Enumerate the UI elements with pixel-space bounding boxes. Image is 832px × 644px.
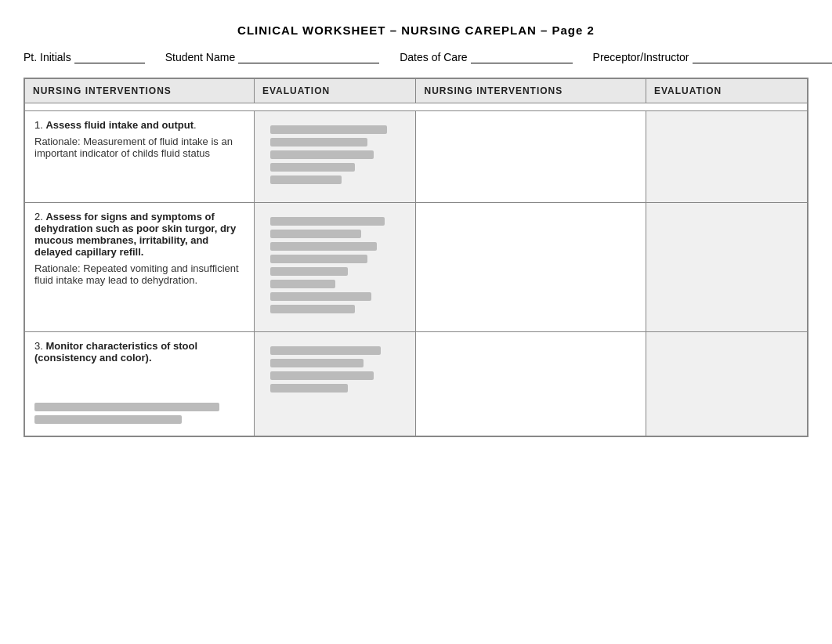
evaluation-3	[254, 332, 416, 437]
intervention-2-rationale: Rationale: Repeated vomiting and insuffi…	[34, 262, 244, 286]
intervention-row-3: 3. Monitor characteristics of stool (con…	[24, 332, 808, 437]
preceptor-input[interactable]	[693, 51, 832, 63]
pt-initials-input[interactable]	[74, 51, 145, 63]
pt-initials-label: Pt. Initials	[24, 51, 71, 63]
student-name-label: Student Name	[165, 51, 236, 63]
intervention-1-text: 1. Assess fluid intake and output. Ratio…	[24, 111, 254, 203]
intervention-right-3	[416, 332, 646, 437]
intervention-row-2: 2. Assess for signs and symptoms of dehy…	[24, 203, 808, 332]
spacer-row	[24, 103, 808, 111]
student-name-input[interactable]	[238, 51, 379, 63]
intervention-2-bold: Assess for signs and symptoms of dehydra…	[34, 211, 236, 258]
intervention-row-1: 1. Assess fluid intake and output. Ratio…	[24, 111, 808, 203]
intervention-1-rationale: Rationale: Measurement of fluid intake i…	[34, 136, 244, 159]
col1-header: NURSING INTERVENTIONS	[24, 78, 254, 103]
col4-header: EVALUATION	[646, 78, 808, 103]
evaluation-right-1	[646, 111, 808, 203]
col3-header: NURSING INTERVENTIONS	[416, 78, 646, 103]
intervention-2-text: 2. Assess for signs and symptoms of dehy…	[24, 203, 254, 332]
intervention-right-1	[416, 111, 646, 203]
intervention-1-punct: .	[194, 119, 197, 131]
evaluation-right-3	[646, 332, 808, 437]
intervention-1-number: 1.	[34, 119, 43, 131]
preceptor-label: Preceptor/Instructor	[593, 51, 689, 63]
evaluation-1	[254, 111, 416, 203]
page-title: CLINICAL WORKSHEET – NURSING CAREPLAN – …	[24, 24, 808, 37]
intervention-right-2	[416, 203, 646, 332]
evaluation-2	[254, 203, 416, 332]
dates-of-care-input[interactable]	[471, 51, 573, 63]
dates-of-care-field: Dates of Care	[400, 51, 572, 63]
evaluation-right-2	[646, 203, 808, 332]
dates-of-care-label: Dates of Care	[400, 51, 467, 63]
student-name-field: Student Name	[165, 51, 380, 63]
header-fields: Pt. Initials Student Name Dates of Care …	[24, 51, 808, 63]
col2-header: EVALUATION	[254, 78, 416, 103]
preceptor-field: Preceptor/Instructor	[593, 51, 832, 63]
intervention-3-bold: Monitor characteristics of stool (consis…	[34, 340, 197, 364]
main-table: NURSING INTERVENTIONS EVALUATION NURSING…	[24, 78, 808, 437]
intervention-3-number: 3.	[34, 340, 43, 352]
pt-initials-field: Pt. Initials	[24, 51, 145, 63]
intervention-3-text: 3. Monitor characteristics of stool (con…	[24, 332, 254, 437]
intervention-2-number: 2.	[34, 211, 43, 223]
intervention-1-bold: Assess fluid intake and output	[45, 119, 194, 131]
